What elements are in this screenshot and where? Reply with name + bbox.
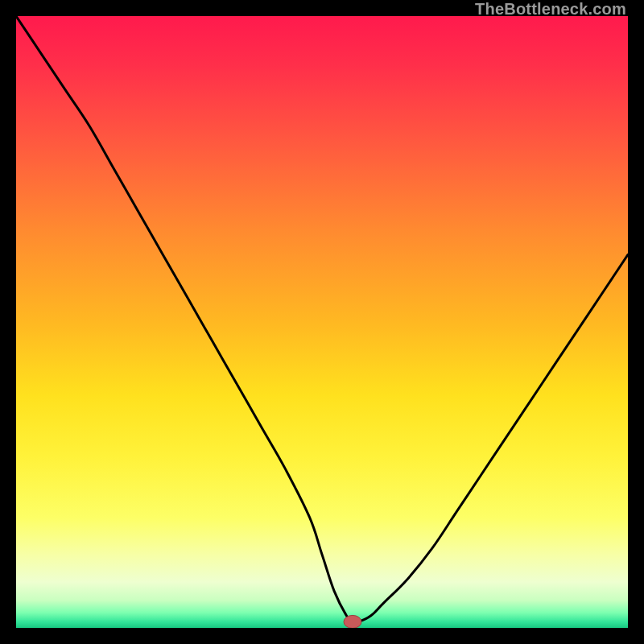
gradient-background (16, 16, 628, 628)
chart-frame: TheBottleneck.com (0, 0, 644, 644)
plot-area (16, 16, 628, 628)
optimal-point-marker (344, 615, 361, 628)
watermark-text: TheBottleneck.com (475, 0, 626, 19)
bottleneck-chart (16, 16, 628, 628)
